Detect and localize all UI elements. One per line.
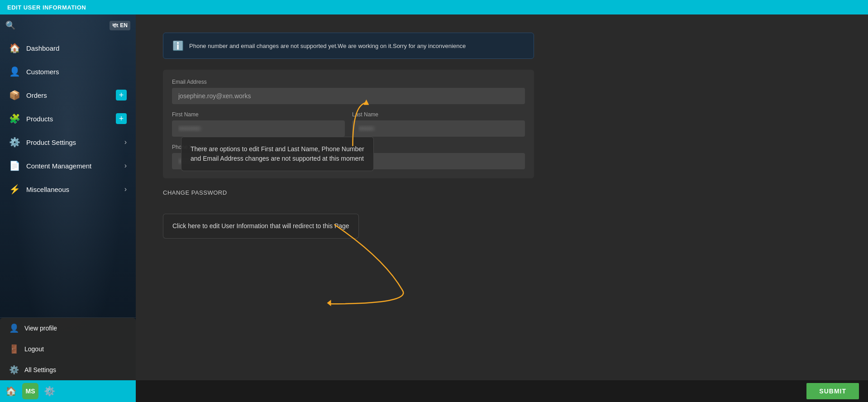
email-label: Email Address (172, 79, 525, 85)
sidebar-item-label: Content Management (26, 162, 118, 170)
sidebar-item-label: Miscellaneous (26, 186, 118, 193)
svg-marker-1 (327, 300, 331, 306)
top-bar: EDIT USER INFORMATION (0, 0, 868, 14)
sidebar-search-area: 🔍 বাং EN (0, 14, 136, 36)
home-icon[interactable]: 🏠 (5, 386, 17, 397)
sidebar-item-content-management[interactable]: 📄 Content Management › (0, 154, 136, 177)
profile-popup: 👤 View profile 🚪 Logout ⚙️ All Settings (0, 318, 136, 380)
sidebar-item-dashboard[interactable]: 🏠 Dashboard (0, 36, 136, 60)
sidebar: 🔍 বাং EN 🏠 Dashboard 👤 Customers 📦 (0, 14, 136, 402)
flag-icon: বাং (112, 22, 118, 29)
first-name-label: First Name (172, 111, 345, 118)
submit-button[interactable]: SUBMIT (806, 383, 859, 399)
customers-icon: 👤 (9, 66, 20, 77)
products-icon: 🧩 (9, 113, 20, 124)
sidebar-item-label: Products (26, 115, 110, 123)
user-circle-icon: 👤 (9, 323, 19, 333)
all-settings-label: All Settings (24, 366, 56, 373)
logout-icon: 🚪 (9, 344, 19, 354)
view-profile-label: View profile (24, 325, 57, 332)
language-selector[interactable]: বাং EN (110, 21, 130, 30)
main-inner: ℹ️ Phone number and email changes are no… (136, 14, 868, 380)
ms-badge[interactable]: MS (22, 383, 38, 399)
last-name-field-group: Last Name (352, 111, 525, 144)
info-banner-text: Phone number and email changes are not s… (189, 43, 466, 49)
annotation-box-2: Click here to edit User Information that… (163, 214, 359, 239)
page-title: EDIT USER INFORMATION (7, 4, 86, 11)
info-banner: ℹ️ Phone number and email changes are no… (163, 33, 534, 59)
product-settings-icon: ⚙️ (9, 137, 20, 148)
main-content: ℹ️ Phone number and email changes are no… (136, 14, 868, 402)
products-add-button[interactable]: + (116, 113, 127, 124)
orders-icon: 📦 (9, 90, 20, 100)
logout-label: Logout (24, 345, 44, 353)
sidebar-item-label: Orders (26, 91, 110, 99)
settings-gear-icon[interactable]: ⚙️ (44, 386, 55, 397)
sidebar-nav: 🏠 Dashboard 👤 Customers 📦 Orders + 🧩 Pro… (0, 36, 136, 201)
sidebar-bottom-bar: 🏠 MS ⚙️ (0, 380, 136, 402)
email-field-group: Email Address (172, 79, 525, 104)
first-name-field-group: First Name (172, 111, 345, 137)
orders-add-button[interactable]: + (116, 90, 127, 100)
first-name-input[interactable] (172, 120, 345, 137)
info-circle-icon: ℹ️ (172, 40, 184, 51)
content-management-icon: 📄 (9, 160, 20, 171)
main-bottom-bar: SUBMIT (136, 380, 868, 402)
last-name-input[interactable] (352, 120, 525, 137)
chevron-right-icon: › (124, 138, 127, 146)
annotation-box-1: There are options to edit First and Last… (181, 137, 374, 171)
sidebar-item-products[interactable]: 🧩 Products + (0, 107, 136, 130)
annotation-text-1: There are options to edit First and Last… (191, 145, 364, 162)
email-input[interactable] (172, 88, 525, 104)
sidebar-item-label: Customers (26, 68, 127, 76)
lang-label: EN (120, 22, 128, 29)
sidebar-item-orders[interactable]: 📦 Orders + (0, 83, 136, 107)
sidebar-item-miscellaneous[interactable]: ⚡ Miscellaneous › (0, 177, 136, 201)
chevron-right-icon: › (124, 162, 127, 170)
last-name-label: Last Name (352, 111, 525, 118)
sidebar-bottom: 👤 View profile 🚪 Logout ⚙️ All Settings … (0, 317, 136, 402)
sidebar-item-product-settings[interactable]: ⚙️ Product Settings › (0, 130, 136, 154)
change-password-link[interactable]: CHANGE PASSWORD (163, 189, 227, 196)
sidebar-item-customers[interactable]: 👤 Customers (0, 60, 136, 83)
chevron-right-icon: › (124, 185, 127, 193)
search-icon[interactable]: 🔍 (5, 20, 15, 30)
all-settings-icon: ⚙️ (9, 365, 19, 375)
dashboard-icon: 🏠 (9, 43, 20, 53)
view-profile-item[interactable]: 👤 View profile (0, 318, 136, 339)
miscellaneous-icon: ⚡ (9, 184, 20, 195)
sidebar-item-label: Dashboard (26, 44, 127, 52)
all-settings-item[interactable]: ⚙️ All Settings (0, 359, 136, 380)
logout-item[interactable]: 🚪 Logout (0, 339, 136, 359)
annotation-text-2: Click here to edit User Information that… (172, 222, 349, 230)
sidebar-item-label: Product Settings (26, 139, 118, 146)
